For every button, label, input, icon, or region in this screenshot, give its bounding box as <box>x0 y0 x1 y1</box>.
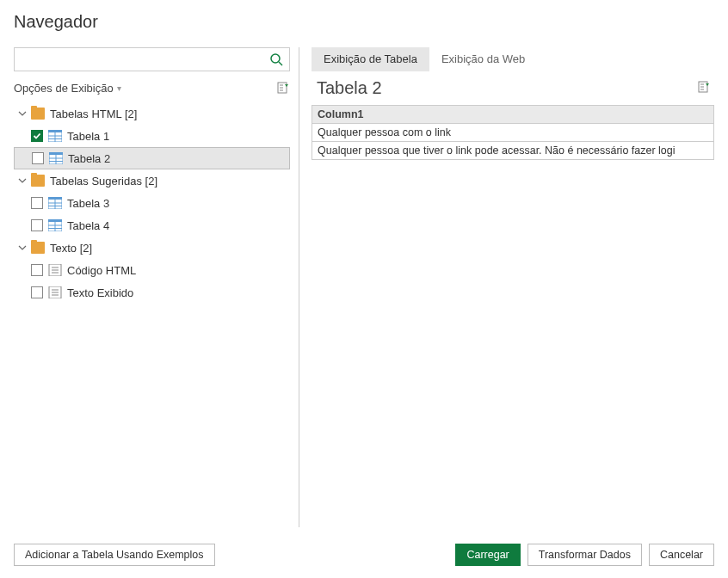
tree-item-checkbox[interactable] <box>31 197 43 209</box>
table-cell: Qualquer pessoa com o link <box>312 124 714 142</box>
svg-rect-6 <box>48 130 62 142</box>
search-input[interactable] <box>15 48 263 71</box>
tree-group-header[interactable]: Tabelas HTML [2] <box>14 102 290 125</box>
table-row[interactable]: Qualquer pessoa que tiver o link pode ac… <box>312 142 714 160</box>
preview-table: Column1Qualquer pessoa com o linkQualque… <box>312 105 714 160</box>
tree-item-label: Texto Exibido <box>67 286 133 299</box>
svg-rect-26 <box>49 264 61 276</box>
refresh-preview-icon[interactable] <box>697 80 711 97</box>
text-icon <box>48 286 62 298</box>
pane-divider <box>299 47 299 527</box>
svg-rect-16 <box>48 197 62 209</box>
tree-group-header[interactable]: Tabelas Sugeridas [2] <box>14 169 290 192</box>
tree-item-checkbox[interactable] <box>31 286 43 298</box>
dialog-title: Navegador <box>14 12 714 32</box>
tree-item-label: Tabela 3 <box>67 197 109 210</box>
folder-icon <box>31 108 45 120</box>
tree-group-label: Tabelas HTML [2] <box>50 108 137 120</box>
table-icon <box>48 197 62 209</box>
load-button[interactable]: Carregar <box>455 544 520 566</box>
svg-point-0 <box>271 54 280 63</box>
navigator-tree: Tabelas HTML [2]Tabela 1Tabela 2Tabelas … <box>14 102 290 304</box>
folder-icon <box>31 175 45 187</box>
svg-line-1 <box>279 62 282 65</box>
svg-rect-11 <box>49 152 63 164</box>
tree-group-label: Tabelas Sugeridas [2] <box>50 175 157 188</box>
svg-rect-17 <box>48 197 62 200</box>
display-options-label: Opções de Exibição <box>14 82 114 95</box>
svg-rect-12 <box>49 152 63 155</box>
tree-item-label: Tabela 1 <box>67 130 109 143</box>
column-header[interactable]: Column1 <box>312 106 714 124</box>
preview-tabs: Exibição de TabelaExibição da Web <box>312 47 714 71</box>
tree-item[interactable]: Tabela 2 <box>14 147 290 169</box>
tree-item[interactable]: Texto Exibido <box>14 281 290 304</box>
add-table-button[interactable]: Adicionar a Tabela Usando Exemplos <box>14 544 215 566</box>
expander-icon <box>17 243 28 253</box>
tree-item[interactable]: Tabela 3 <box>14 192 290 214</box>
preview-title: Tabela 2 <box>315 78 382 98</box>
cancel-button[interactable]: Cancelar <box>649 544 714 566</box>
svg-rect-21 <box>48 219 62 231</box>
tree-group-header[interactable]: Texto [2] <box>14 237 290 259</box>
search-box[interactable] <box>14 47 290 71</box>
search-icon[interactable] <box>263 48 289 71</box>
navigator-pane: Opções de Exibição ▾ Tabelas HTML [2]Tab… <box>14 47 290 527</box>
tree-item-label: Tabela 4 <box>67 219 109 232</box>
folder-icon <box>31 242 45 254</box>
tree-item-checkbox[interactable] <box>31 219 43 231</box>
table-icon <box>48 219 62 231</box>
main-area: Opções de Exibição ▾ Tabelas HTML [2]Tab… <box>14 47 714 527</box>
chevron-down-icon: ▾ <box>117 83 121 93</box>
tree-item-checkbox[interactable] <box>31 130 43 142</box>
tree-item-checkbox[interactable] <box>32 152 44 164</box>
table-cell: Qualquer pessoa que tiver o link pode ac… <box>312 142 714 160</box>
svg-rect-7 <box>48 130 62 132</box>
svg-rect-22 <box>48 219 62 222</box>
transform-data-button[interactable]: Transformar Dados <box>527 544 642 566</box>
tree-item-label: Código HTML <box>67 264 136 277</box>
display-options-dropdown[interactable]: Opções de Exibição ▾ <box>14 82 121 95</box>
tree-group-label: Texto [2] <box>50 242 92 255</box>
refresh-icon[interactable] <box>276 81 290 95</box>
preview-pane: Exibição de TabelaExibição da Web Tabela… <box>312 47 714 527</box>
expander-icon <box>17 108 28 119</box>
preview-tab[interactable]: Exibição de Tabela <box>312 47 429 71</box>
tree-item-checkbox[interactable] <box>31 264 43 276</box>
text-icon <box>48 264 62 276</box>
table-icon <box>48 130 62 142</box>
tree-item[interactable]: Código HTML <box>14 259 290 281</box>
dialog-footer: Adicionar a Tabela Usando Exemplos Carre… <box>14 544 714 566</box>
expander-icon <box>17 175 28 186</box>
tree-item[interactable]: Tabela 4 <box>14 214 290 237</box>
table-icon <box>49 152 63 164</box>
tree-item[interactable]: Tabela 1 <box>14 125 290 147</box>
svg-rect-34 <box>699 82 707 92</box>
table-row[interactable]: Qualquer pessoa com o link <box>312 124 714 142</box>
tree-item-label: Tabela 2 <box>68 152 110 165</box>
svg-rect-2 <box>278 83 287 93</box>
preview-tab[interactable]: Exibição da Web <box>429 47 537 71</box>
svg-rect-30 <box>49 286 61 298</box>
